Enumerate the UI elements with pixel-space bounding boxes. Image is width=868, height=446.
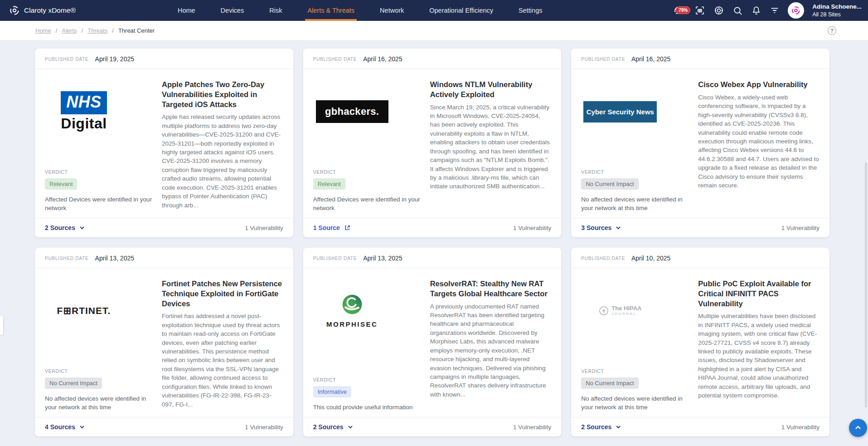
nav-home[interactable]: Home bbox=[178, 0, 195, 21]
impact-text: This could provide useful information bbox=[313, 403, 422, 412]
published-date-value: April 13, 2025 bbox=[363, 255, 402, 262]
vulnerability-count: 1 Vulnerability bbox=[781, 225, 820, 231]
verdict-badge: No Current Impact bbox=[581, 377, 638, 389]
brand[interactable]: Claroty xDome® bbox=[9, 5, 76, 16]
impact-text: Affected Devices were identified in your… bbox=[313, 195, 422, 212]
page-help-icon[interactable]: ? bbox=[828, 26, 836, 35]
published-date-label: PUBLISHED DATE bbox=[313, 256, 357, 261]
published-date-value: April 16, 2025 bbox=[363, 55, 402, 63]
sources-expander[interactable]: 2 Sources bbox=[581, 423, 621, 431]
breadcrumb: Home / Alerts / Threats / Threat Center … bbox=[0, 21, 868, 41]
vulnerability-count: 1 Vulnerability bbox=[781, 424, 820, 431]
left-edge-handle bbox=[0, 316, 3, 335]
help-ring-icon[interactable] bbox=[713, 5, 724, 16]
coverage-gauge-icon[interactable]: 79% bbox=[671, 4, 686, 17]
impact-text: Affected Devices were identified in your… bbox=[45, 195, 154, 212]
capture-icon[interactable] bbox=[694, 5, 705, 16]
sources-expander[interactable]: 2 Sources bbox=[45, 224, 85, 231]
morphisec-globe-icon bbox=[341, 294, 363, 315]
top-navigation: Claroty xDome® Home Devices Risk Alerts … bbox=[0, 0, 868, 21]
gbhackers-logo: gbhackers. bbox=[313, 72, 391, 152]
source-external-link[interactable]: 1 Source bbox=[313, 224, 350, 231]
threat-description: Fortinet has addressed a novel post-expl… bbox=[162, 312, 283, 409]
published-date-label: PUBLISHED DATE bbox=[45, 57, 89, 62]
chevron-down-icon bbox=[348, 424, 353, 430]
vulnerability-count: 1 Vulnerability bbox=[245, 225, 283, 231]
threat-title: Cisco Webex App Vulnerability bbox=[698, 80, 820, 90]
nav-settings[interactable]: Settings bbox=[519, 0, 542, 21]
published-date-label: PUBLISHED DATE bbox=[581, 256, 625, 261]
threat-title: Public PoC Exploit Available for Critica… bbox=[698, 279, 820, 309]
published-date-label: PUBLISHED DATE bbox=[313, 57, 357, 62]
nav-risk[interactable]: Risk bbox=[269, 0, 282, 21]
published-date-value: April 19, 2025 bbox=[95, 55, 134, 63]
notifications-bell-icon[interactable] bbox=[751, 5, 761, 16]
published-date-label: PUBLISHED DATE bbox=[581, 57, 625, 62]
verdict-label: VERDICT bbox=[581, 368, 690, 374]
chevron-down-icon bbox=[616, 424, 621, 430]
threat-title: Apple Patches Two Zero-Day Vulnerabiliti… bbox=[162, 80, 283, 109]
threat-description: Since March 19, 2025, a critical vulnera… bbox=[430, 103, 552, 191]
user-info[interactable]: Adina Schoene... All 28 Sites bbox=[812, 3, 862, 18]
verdict-badge: Relevant bbox=[313, 178, 345, 190]
threat-card: PUBLISHED DATE April 13, 2025 bbox=[303, 248, 562, 436]
threat-description: A previously undocumented RAT named Reso… bbox=[430, 302, 552, 399]
threat-card: PUBLISHED DATE April 10, 2025 The HIPAA … bbox=[571, 248, 829, 436]
verdict-label: VERDICT bbox=[313, 169, 422, 175]
breadcrumb-home[interactable]: Home bbox=[35, 27, 51, 34]
nav-devices[interactable]: Devices bbox=[221, 0, 244, 21]
search-icon[interactable] bbox=[732, 5, 743, 16]
nav-network[interactable]: Network bbox=[380, 0, 404, 21]
threat-title: Windows NTLM Vulnerability Actively Expl… bbox=[430, 80, 552, 100]
sources-expander[interactable]: 2 Sources bbox=[313, 423, 353, 431]
breadcrumb-alerts[interactable]: Alerts bbox=[62, 27, 77, 34]
verdict-badge: Informative bbox=[313, 386, 351, 397]
impact-text: No affected devices were identified in y… bbox=[581, 195, 690, 212]
published-date-value: April 16, 2025 bbox=[631, 55, 670, 63]
external-link-icon bbox=[344, 225, 350, 231]
verdict-label: VERDICT bbox=[581, 169, 690, 175]
threat-description: Cisco Webex, a widely-used web conferenc… bbox=[698, 93, 820, 190]
threat-card-grid: PUBLISHED DATE April 19, 2025 NHS Digita… bbox=[0, 41, 868, 436]
breadcrumb-threats[interactable]: Threats bbox=[87, 27, 107, 34]
user-name: Adina Schoene... bbox=[812, 3, 862, 11]
nhs-digital-logo: NHS Digital bbox=[45, 72, 123, 152]
nav-alerts-threats[interactable]: Alerts & Threats bbox=[307, 0, 354, 21]
verdict-label: VERDICT bbox=[313, 377, 422, 382]
verdict-label: VERDICT bbox=[45, 368, 154, 374]
nav-operational-efficiency[interactable]: Operational Efficiency bbox=[429, 0, 493, 21]
user-avatar[interactable] bbox=[788, 2, 804, 19]
threat-card: PUBLISHED DATE April 13, 2025 F⊞RTINET. … bbox=[35, 248, 293, 436]
threat-card: PUBLISHED DATE April 16, 2025 Cyber Secu… bbox=[571, 49, 829, 237]
chevron-down-icon bbox=[79, 225, 85, 230]
vertical-scrollbar[interactable] bbox=[865, 162, 867, 407]
threat-description: Multiple vulnerabilities have been discl… bbox=[698, 312, 820, 400]
verdict-label: VERDICT bbox=[45, 169, 154, 175]
threat-card: PUBLISHED DATE April 16, 2025 gbhackers.… bbox=[303, 49, 562, 237]
morphisec-logo: MORPHISEC bbox=[313, 271, 391, 351]
vulnerability-count: 1 Vulnerability bbox=[513, 225, 551, 231]
cyber-security-news-logo: Cyber Security News bbox=[581, 72, 659, 152]
breadcrumb-current: Threat Center bbox=[118, 27, 155, 34]
brand-title: Claroty xDome® bbox=[24, 6, 76, 15]
breadcrumb-separator: / bbox=[82, 27, 83, 34]
chevron-down-icon bbox=[79, 424, 85, 430]
fortinet-logo: F⊞RTINET. bbox=[45, 271, 123, 351]
verdict-badge: No Current Impact bbox=[45, 377, 102, 389]
chevron-up-icon bbox=[854, 424, 862, 431]
hipaa-journal-logo: The HIPAA JOURNAL bbox=[581, 271, 659, 351]
chevron-down-icon bbox=[616, 225, 621, 230]
threat-card: PUBLISHED DATE April 19, 2025 NHS Digita… bbox=[35, 49, 293, 237]
main-menu: Home Devices Risk Alerts & Threats Netwo… bbox=[178, 0, 543, 21]
sources-expander[interactable]: 3 Sources bbox=[581, 224, 621, 231]
breadcrumb-separator: / bbox=[56, 27, 58, 34]
coverage-badge: 79% bbox=[676, 6, 690, 14]
sources-expander[interactable]: 4 Sources bbox=[45, 423, 85, 431]
scroll-to-top-button[interactable] bbox=[849, 419, 867, 437]
vulnerability-count: 1 Vulnerability bbox=[513, 424, 551, 431]
published-date-label: PUBLISHED DATE bbox=[45, 256, 89, 261]
impact-text: No affected devices were identified in y… bbox=[45, 394, 154, 412]
claroty-logo-icon bbox=[9, 5, 20, 16]
threat-title: ResolverRAT: Stealthy New RAT Targets Gl… bbox=[430, 279, 552, 299]
filter-icon[interactable] bbox=[770, 5, 780, 15]
